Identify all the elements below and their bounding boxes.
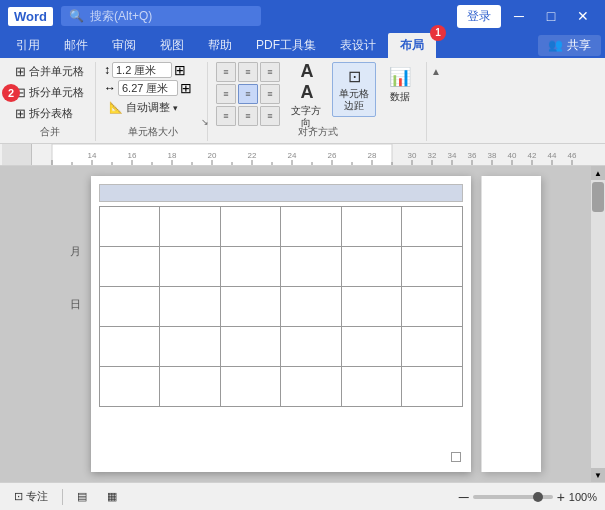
align-bottom-left[interactable]: ≡: [216, 106, 236, 126]
document-area: 月 日: [0, 166, 605, 482]
table-cell: [160, 287, 221, 327]
resize-handle[interactable]: [451, 452, 461, 462]
cell-margin-button[interactable]: ⊡ 单元格边距: [332, 62, 376, 117]
table-cell: [341, 287, 402, 327]
split-table-button[interactable]: ⊞ 拆分表格: [10, 104, 89, 123]
align-middle-right[interactable]: ≡: [260, 84, 280, 104]
align-top-left[interactable]: ≡: [216, 62, 236, 82]
table-cell: [281, 287, 342, 327]
table-row: [99, 247, 462, 287]
share-button[interactable]: 👥 共享: [538, 35, 601, 56]
svg-text:24: 24: [288, 151, 297, 160]
tab-youjian[interactable]: 邮件: [52, 33, 100, 58]
table-cell: [402, 287, 463, 327]
view-print-button[interactable]: ▤: [71, 488, 93, 505]
tab-shenyue[interactable]: 审阅: [100, 33, 148, 58]
tab-yinyong[interactable]: 引用: [4, 33, 52, 58]
table-cell: [402, 247, 463, 287]
zoom-slider[interactable]: [473, 495, 553, 499]
auto-adjust-dropdown[interactable]: ▾: [173, 103, 178, 113]
view-web-button[interactable]: ▦: [101, 488, 123, 505]
align-top-right[interactable]: ≡: [260, 62, 280, 82]
scroll-thumb[interactable]: [592, 182, 604, 212]
svg-text:26: 26: [328, 151, 337, 160]
search-icon: 🔍: [69, 9, 84, 23]
search-input[interactable]: [90, 9, 230, 23]
data-button[interactable]: 📊 数据: [380, 62, 420, 108]
table-cell: [281, 247, 342, 287]
svg-text:18: 18: [168, 151, 177, 160]
align-bottom-right[interactable]: ≡: [260, 106, 280, 126]
align-bottom-center[interactable]: ≡: [238, 106, 258, 126]
auto-adjust-button[interactable]: 📐 自动调整 ▾: [104, 98, 201, 117]
vertical-scrollbar[interactable]: ▲ ▼: [591, 166, 605, 482]
maximize-button[interactable]: □: [537, 2, 565, 30]
ribbon-group-cellsize: ↕ ⊞ ↔ ⊞ 📐 自动调整 ▾ 单元格大小 ↘: [98, 62, 208, 141]
close-button[interactable]: ✕: [569, 2, 597, 30]
distribute-cols-icon: ⊞: [180, 80, 192, 96]
ribbon-collapse-button[interactable]: ▲: [429, 64, 443, 79]
ribbon-tab-bar: 引用 邮件 审阅 视图 帮助 PDF工具集 表设计 布局 👥 共享: [0, 32, 605, 58]
split-cells-button[interactable]: ⊟ 拆分单元格 2 ←: [10, 83, 89, 102]
svg-text:40: 40: [508, 151, 517, 160]
document-page: [91, 176, 471, 472]
table-cell: [341, 327, 402, 367]
annotation-2: 2: [2, 84, 20, 102]
tab-shitu[interactable]: 视图: [148, 33, 196, 58]
distribute-rows-icon: ⊞: [174, 62, 186, 78]
align-middle-left[interactable]: ≡: [216, 84, 236, 104]
svg-text:38: 38: [488, 151, 497, 160]
view-web-icon: ▦: [107, 490, 117, 503]
merge-cells-button[interactable]: ⊞ 合并单元格: [10, 62, 89, 81]
zoom-thumb[interactable]: [533, 492, 543, 502]
tab-bangzhu[interactable]: 帮助: [196, 33, 244, 58]
ruler-corner: [2, 144, 32, 165]
table-cell: [220, 207, 281, 247]
scroll-up-button[interactable]: ▲: [591, 166, 605, 180]
table-cell: [402, 207, 463, 247]
share-label: 共享: [567, 37, 591, 54]
share-icon: 👥: [548, 38, 563, 52]
align-middle-center[interactable]: ≡: [238, 84, 258, 104]
width-input[interactable]: [118, 80, 178, 96]
height-input[interactable]: [112, 62, 172, 78]
text-direction-button[interactable]: AA 文字方向: [284, 62, 328, 127]
svg-text:42: 42: [528, 151, 537, 160]
svg-text:32: 32: [428, 151, 437, 160]
zoom-plus-button[interactable]: +: [557, 489, 565, 505]
width-input-row: ↔ ⊞: [104, 80, 201, 96]
svg-text:44: 44: [548, 151, 557, 160]
search-box[interactable]: 🔍: [61, 6, 261, 26]
tab-pdf[interactable]: PDF工具集: [244, 33, 328, 58]
page-right-extension: [481, 176, 541, 472]
focus-button[interactable]: ⊡ 专注: [8, 487, 54, 506]
auto-adjust-label: 自动调整: [126, 100, 170, 115]
table-cell: [281, 367, 342, 407]
table-row: [99, 367, 462, 407]
align-top-center[interactable]: ≡: [238, 62, 258, 82]
zoom-minus-button[interactable]: ─: [459, 489, 469, 505]
merge-cells-label: 合并单元格: [29, 64, 84, 79]
scroll-down-button[interactable]: ▼: [591, 468, 605, 482]
table-cell: [160, 207, 221, 247]
status-bar: ⊡ 专注 ▤ ▦ ─ + 100%: [0, 482, 605, 510]
table-cell: [99, 367, 160, 407]
tab-buju[interactable]: 布局: [388, 33, 436, 58]
table-cell: [220, 247, 281, 287]
tab-biaodesji[interactable]: 表设计: [328, 33, 388, 58]
merge-group-label: 合并: [4, 125, 95, 139]
table-row: [99, 287, 462, 327]
table-cell: [402, 367, 463, 407]
table-cell: [281, 327, 342, 367]
table-cell: [220, 287, 281, 327]
zoom-control: ─ + 100%: [459, 489, 597, 505]
ribbon-group-merge: ⊞ 合并单元格 ⊟ 拆分单元格 2 ← ⊞ 拆分表格 合并: [4, 62, 96, 141]
height-icon: ↕: [104, 63, 110, 77]
login-button[interactable]: 登录: [457, 5, 501, 28]
document-scroll[interactable]: 月 日: [0, 166, 591, 482]
cellsize-expand-icon[interactable]: ↘: [201, 117, 209, 127]
minimize-button[interactable]: ─: [505, 2, 533, 30]
svg-text:46: 46: [568, 151, 577, 160]
svg-text:36: 36: [468, 151, 477, 160]
table-cell: [160, 367, 221, 407]
